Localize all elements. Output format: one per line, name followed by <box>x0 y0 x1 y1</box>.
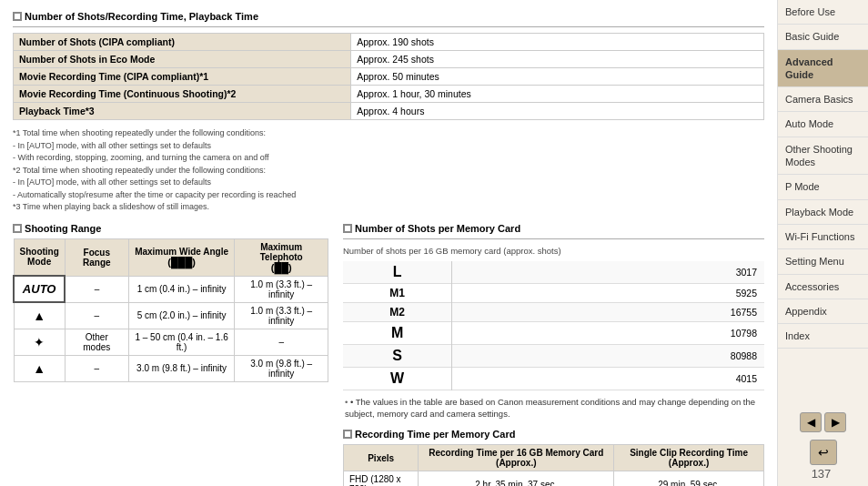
range-row: ✦ Other modes 1 – 50 cm (0.4 in. – 1.6 f… <box>14 329 328 355</box>
sidebar-item-playback-mode[interactable]: Playback Mode <box>778 200 868 225</box>
per-card-row: S80988 <box>343 344 764 367</box>
rec-header: Recording Time per 16 GB Memory Card (Ap… <box>419 445 614 471</box>
shots-cell: 5925 <box>452 283 764 302</box>
footnote-item: - In [AUTO] mode, with all other setting… <box>13 177 764 189</box>
section1-icon <box>13 12 22 21</box>
row-value: Approx. 245 shots <box>351 51 764 68</box>
recording-time-cell: 2 hr. 35 min. 37 sec. <box>419 471 614 486</box>
range-col-tele: Maximum Telephoto(██) <box>235 238 328 276</box>
sidebar-item-p-mode[interactable]: P Mode <box>778 175 868 199</box>
tele-cell: – <box>235 329 328 355</box>
section2-title: Shooting Range <box>25 223 101 234</box>
per-card-table: L3017M15925M216755M10798S80988W4015 <box>343 261 764 390</box>
shots-table: Number of Shots (CIPA compliant)Approx. … <box>13 33 764 120</box>
sidebar-item-setting-menu[interactable]: Setting Menu <box>778 249 868 274</box>
wide-cell: 1 cm (0.4 in.) – infinity <box>128 276 235 302</box>
size-cell: M1 <box>343 283 452 302</box>
row-label: Movie Recording Time (CIPA compliant)*1 <box>14 68 351 86</box>
section1-divider <box>13 26 764 27</box>
range-col-wide: Maximum Wide Angle(███) <box>128 238 235 276</box>
recording-time-section: Recording Time per Memory Card PixelsRec… <box>343 429 764 486</box>
section4-header: Recording Time per Memory Card <box>343 429 764 440</box>
wide-cell: 5 cm (2.0 in.) – infinity <box>128 302 235 329</box>
range-col-mode: ShootingMode <box>14 238 65 276</box>
section2-header: Shooting Range <box>13 223 328 234</box>
rec-row: FHD (1280 x 720) 2 hr. 35 min. 37 sec. 2… <box>343 471 763 486</box>
pixels-cell: FHD (1280 x 720) <box>343 471 418 486</box>
focus-cell: – <box>65 276 128 302</box>
per-card-row: M15925 <box>343 283 764 302</box>
right-sections: Number of Shots per Memory Card Number o… <box>343 223 764 487</box>
clip-time-cell: 29 min. 59 sec. <box>614 471 764 486</box>
footnote-item: *2 Total time when shooting repeatedly u… <box>13 165 764 177</box>
row-value: Approx. 4 hours <box>351 103 764 120</box>
per-card-row: W4015 <box>343 367 764 390</box>
sidebar-item-auto-mode[interactable]: Auto Mode <box>778 112 868 137</box>
next-button[interactable]: ▶ <box>824 412 846 432</box>
home-button[interactable]: ↩ <box>810 440 837 465</box>
sidebar-item-accessories[interactable]: Accessories <box>778 275 868 299</box>
sidebar-item-before-use[interactable]: Before Use <box>778 0 868 25</box>
table-row: Number of Shots (CIPA compliant)Approx. … <box>14 34 764 51</box>
prev-button[interactable]: ◀ <box>800 412 822 432</box>
row-label: Movie Recording Time (Continuous Shootin… <box>14 86 351 103</box>
section3-header: Number of Shots per Memory Card <box>343 223 764 234</box>
sidebar-item-basic-guide[interactable]: Basic Guide <box>778 25 868 49</box>
focus-cell: – <box>65 355 128 381</box>
sidebar-item-appendix[interactable]: Appendix <box>778 299 868 324</box>
per-card-row: L3017 <box>343 261 764 284</box>
rec-header: Pixels <box>343 445 418 471</box>
sidebar: Before UseBasic GuideAdvanced GuideCamer… <box>777 0 868 486</box>
footnote-item: *3 Time when playing back a slideshow of… <box>13 201 764 214</box>
shots-per-card-section: Number of Shots per Memory Card Number o… <box>343 223 764 420</box>
table-row: Playback Time*3Approx. 4 hours <box>14 103 764 120</box>
sidebar-nav: ◀ ▶ ↩ 137 <box>778 407 868 486</box>
size-cell: M2 <box>343 302 452 321</box>
sidebar-item-other-shooting[interactable]: Other Shooting Modes <box>778 137 868 176</box>
section1-header: Number of Shots/Recording Time, Playback… <box>13 11 764 22</box>
section3-title: Number of Shots per Memory Card <box>355 223 520 234</box>
table-row: Number of Shots in Eco ModeApprox. 245 s… <box>14 51 764 68</box>
rec-time-table: PixelsRecording Time per 16 GB Memory Ca… <box>343 444 764 486</box>
row-value: Approx. 190 shots <box>351 34 764 51</box>
sidebar-item-camera-basics[interactable]: Camera Basics <box>778 87 868 112</box>
size-cell: L <box>343 261 452 284</box>
tele-cell: 1.0 m (3.3 ft.) – infinity <box>235 276 328 302</box>
mode-cell: AUTO <box>14 276 65 302</box>
tele-cell: 3.0 m (9.8 ft.) – infinity <box>235 355 328 381</box>
shots-cell: 80988 <box>452 344 764 367</box>
shots-recording-section: Number of Shots/Recording Time, Playback… <box>13 11 764 214</box>
section3-note: • The values in the table are based on C… <box>343 396 764 420</box>
section3-icon <box>343 224 352 233</box>
section2-icon <box>13 224 22 233</box>
size-cell: S <box>343 344 452 367</box>
row-value: Approx. 50 minutes <box>351 68 764 86</box>
range-row: ▲ – 3.0 m (9.8 ft.) – infinity 3.0 m (9.… <box>14 355 328 381</box>
footnote-item: *1 Total time when shooting repeatedly u… <box>13 127 764 140</box>
size-cell: M <box>343 321 452 344</box>
shots-cell: 10798 <box>452 321 764 344</box>
section4-icon <box>343 430 352 439</box>
range-row: AUTO – 1 cm (0.4 in.) – infinity 1.0 m (… <box>14 276 328 302</box>
row-label: Number of Shots (CIPA compliant) <box>14 34 351 51</box>
rec-header: Single Clip Recording Time (Approx.) <box>614 445 764 471</box>
main-content: Number of Shots/Recording Time, Playback… <box>0 0 777 486</box>
sidebar-item-advanced-guide[interactable]: Advanced Guide <box>778 50 868 88</box>
table-row: Movie Recording Time (CIPA compliant)*1A… <box>14 68 764 86</box>
row-label: Playback Time*3 <box>14 103 351 120</box>
bottom-section: Shooting Range ShootingMode Focus Range … <box>13 223 764 487</box>
shots-cell: 16755 <box>452 302 764 321</box>
sidebar-item-index[interactable]: Index <box>778 324 868 349</box>
section3-subtitle: Number of shots per 16 GB memory card (a… <box>343 245 764 258</box>
mode-cell: ✦ <box>14 329 65 355</box>
focus-cell: – <box>65 302 128 329</box>
shots-cell: 3017 <box>452 261 764 284</box>
range-table: ShootingMode Focus Range Maximum Wide An… <box>13 238 328 382</box>
nav-row: ◀ ▶ <box>800 412 846 432</box>
footnote-item: - With recording, stopping, zooming, and… <box>13 152 764 165</box>
range-col-focus: Focus Range <box>65 238 128 276</box>
footnote-item: - In [AUTO] mode, with all other setting… <box>13 140 764 153</box>
shooting-range-section: Shooting Range ShootingMode Focus Range … <box>13 223 328 487</box>
focus-cell: Other modes <box>65 329 128 355</box>
sidebar-item-wifi-functions[interactable]: Wi-Fi Functions <box>778 225 868 249</box>
